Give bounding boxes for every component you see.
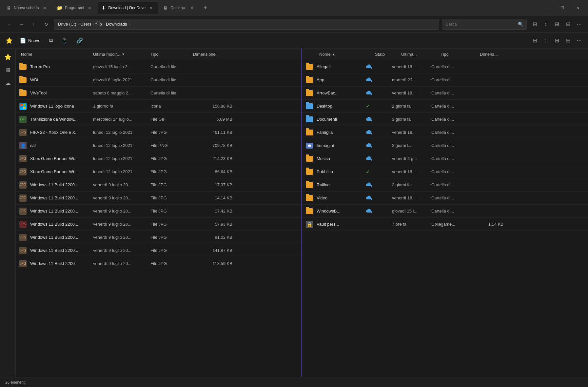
toolbar-view-icon[interactable]: ⊞ [552,36,562,46]
toolbar-sort-icon[interactable]: ↕ [541,36,551,46]
minimize-button[interactable]: — [539,3,554,13]
file-date: venerdì 18... [392,195,431,200]
toolbar-filter-icon[interactable]: ⊟ [530,36,539,46]
col-header-stato[interactable]: Stato [372,51,399,58]
view-icon[interactable]: ⊞ [552,19,562,29]
file-stato [366,130,392,135]
table-row[interactable]: Famiglia venerdì 18... Cartella di... [302,126,588,139]
tab-programmi-close[interactable]: ✕ [87,5,92,11]
file-date: venerdì 9 luglio 20... [93,248,150,253]
table-row[interactable]: JPG Windows 11 Build 2200... venerdì 9 l… [16,218,302,231]
forward-button[interactable]: → [16,19,26,29]
breadcrumb[interactable]: Drive (C:) › Users › filip › Downloads › [54,19,439,30]
col-header-tipo-r[interactable]: Tipo [438,51,477,58]
new-tab-button[interactable]: + [200,3,210,13]
toolbar-panel-icon[interactable]: ⊟ [563,36,573,46]
table-row[interactable]: JPG Windows 11 Build 2200 venerdì 9 lugl… [16,257,302,270]
tab-desktop-close[interactable]: ✕ [189,5,195,11]
file-date: venerdì 9 luglio 20... [93,182,150,187]
table-row[interactable]: App martedì 23... Cartella di... [302,73,588,87]
table-row[interactable]: WBI giovedì 8 luglio 2021 Cartella di fi… [16,73,302,87]
toolbar-more-icon[interactable]: ⋯ [574,36,584,46]
file-stato [366,209,392,214]
nuovo-button[interactable]: 📄 Nuovo [16,35,44,46]
table-row[interactable]: JPG Windows 11 Build 2200... venerdì 9 l… [16,244,302,257]
maximize-button[interactable]: ☐ [555,3,570,13]
table-row[interactable]: Allegati venerdì 18... Cartella di... [302,60,588,73]
table-row[interactable]: JPG Windows 11 Build 2200... venerdì 9 l… [16,178,302,192]
more-options-icon[interactable]: ⋯ [574,19,584,29]
tab-programmi[interactable]: 📁 Programmi ✕ [53,2,97,14]
table-row[interactable]: Pubblica ✓ venerdì 18... Cartella di... [302,165,588,178]
right-file-pane: Nome ▲ Stato Ultima... Tipo Dimens... [302,49,588,377]
file-type: Cartella di file [150,91,193,95]
table-row[interactable]: 🏔 Immagini 3 giorni fa Cartella di... [302,139,588,152]
table-row[interactable]: JPG FIFA 22 - Xbox One e X... lunedì 12 … [16,126,302,139]
breadcrumb-filip[interactable]: filip [95,22,102,27]
file-date: 2 giorni fa [392,104,431,109]
table-row[interactable]: JPG Windows 11 Build 2200... venerdì 9 l… [16,231,302,244]
sort-icon[interactable]: ↕ [541,19,551,29]
file-size: 17,37 KB [193,182,232,187]
up-button[interactable]: ↑ [29,19,39,29]
tab-desktop[interactable]: 🖥 Desktop ✕ [159,2,199,14]
tab-nuova-scheda[interactable]: 🖥 Nuova scheda ✕ [3,2,51,14]
png-icon: 👤 [18,141,28,150]
col-header-nome[interactable]: Nome [18,51,90,58]
tab-download-onedrive[interactable]: ⬇ Download | OneDrive ✕ [98,2,158,14]
table-row[interactable]: 🔒 Vault pers... 7 ore fa Collegame... 1,… [302,218,588,231]
table-row[interactable]: Video venerdì 18... Cartella di... [302,192,588,205]
col-header-tipo[interactable]: Tipo [148,51,190,58]
table-row[interactable]: Torrex Pro giovedì 15 luglio 2... Cartel… [16,60,302,73]
table-row[interactable]: ArrowBac... venerdì 18... Cartella di... [302,87,588,100]
col-header-ultima[interactable]: Ultima... [399,51,438,58]
link-button[interactable]: 🔗 [73,35,86,46]
table-row[interactable]: 👤 saf lunedì 12 luglio 2021 File PNG 709… [16,139,302,152]
panel-icon[interactable]: ⊟ [563,19,573,29]
table-row[interactable]: GIF Transizione da Window... mercoledì 1… [16,113,302,126]
settings-layout-icon[interactable]: ⊟ [530,19,539,29]
jpg-icon: JPG [18,246,28,255]
table-row[interactable]: JPG Xbox Game Bar per Wi... lunedì 12 lu… [16,152,302,165]
file-name: Xbox Game Bar per Wi... [30,169,93,174]
tab-desktop-icon: 🖥 [163,5,168,10]
table-row[interactable]: WindowsB... giovedì 15 l... Cartella di.… [302,205,588,218]
col-header-ultima-modifica[interactable]: Ultima modif... ▼ [90,51,148,58]
col-header-dimensione[interactable]: Dimensione [190,51,230,58]
left-col-header: Nome Ultima modif... ▼ Tipo Dimensione [16,49,302,60]
table-row[interactable]: Documenti 3 giorni fa Cartella di... [302,113,588,126]
breadcrumb-downloads[interactable]: Downloads [106,22,127,27]
file-name: Windows 11 logo icona [30,104,93,109]
search-input[interactable] [445,22,515,27]
refresh-button[interactable]: ↻ [41,19,51,29]
gif-icon: GIF [18,115,28,124]
table-row[interactable]: Windows 11 logo icona 1 giorno fa Icona … [16,100,302,113]
table-row[interactable]: JPG Xbox Game Bar per Wi... lunedì 12 lu… [16,165,302,178]
tab-nuova-scheda-close[interactable]: ✕ [42,5,48,11]
table-row[interactable]: Desktop ✓ 2 giorni fa Cartella di... [302,100,588,113]
file-date: giovedì 15 l... [392,209,431,214]
search-box[interactable]: 🔍 [442,19,527,30]
close-button[interactable]: ✕ [570,3,585,13]
back-button[interactable]: ← [4,19,14,29]
nav-favorites[interactable]: ⭐ [2,51,14,63]
breadcrumb-drive[interactable]: Drive (C:) [58,22,76,27]
nav-cloud[interactable]: ☁ [2,77,14,89]
favorites-icon[interactable]: ⭐ [4,35,14,46]
table-row[interactable]: Rullino 2 giorni fa Cartella di... [302,178,588,192]
col-header-dimensione-r[interactable]: Dimens... [477,51,517,58]
nav-desktop[interactable]: 🖥 [2,64,14,76]
col-header-nome-r[interactable]: Nome ▲ [317,51,372,58]
file-date: giovedì 15 luglio 2... [93,64,150,69]
table-row[interactable]: JPG Windows 11 Build 2200... venerdì 9 l… [16,192,302,205]
copy-button[interactable]: ⧉ [46,36,56,46]
table-row[interactable]: JPG Windows 11 Build 2200... venerdì 9 l… [16,205,302,218]
file-type: File PNG [150,143,193,148]
file-name: Pubblica [317,169,366,174]
table-row[interactable]: Musica venerdì 4 g... Cartella di... [302,152,588,165]
check-icon: ✓ [366,104,370,109]
tab-download-close[interactable]: ✕ [148,5,154,11]
breadcrumb-users[interactable]: Users [80,22,91,27]
tablet-button[interactable]: 📱 [58,35,71,46]
table-row[interactable]: ViVeTool sabato 8 maggio 2... Cartella d… [16,87,302,100]
